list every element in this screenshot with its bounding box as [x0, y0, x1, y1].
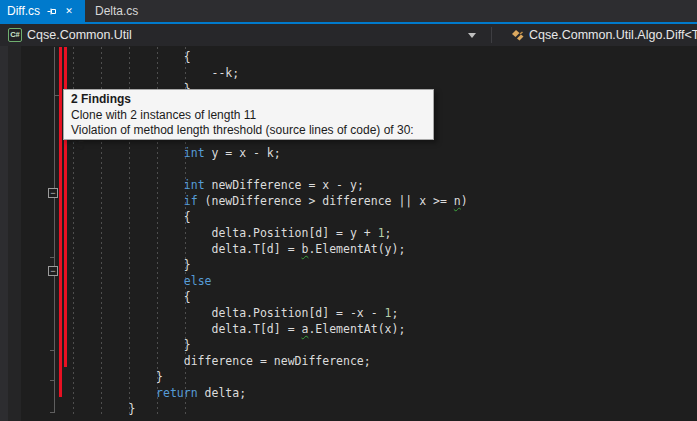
chevron-down-icon[interactable] [468, 33, 476, 38]
code-line[interactable]: return delta; [73, 385, 468, 401]
code-line[interactable]: } [73, 257, 468, 273]
outline-region-tick [50, 380, 54, 381]
vs-editor-window: Diff.cs ✕ Delta.cs C# Cqse.Common.Util C… [0, 0, 697, 421]
code-token: { [73, 210, 191, 224]
code-line[interactable]: if (newDifference > difference || x >= n… [73, 193, 468, 209]
code-token: } [73, 402, 135, 416]
code-editor[interactable]: − − { --k; } int y = x - k; int newDiffe… [0, 46, 697, 421]
tab-label: Diff.cs [7, 4, 40, 18]
code-token: delta.Position[d] = y + [73, 226, 378, 240]
code-line[interactable]: } [73, 401, 468, 417]
code-token: (newDifference > difference || x >= [198, 194, 454, 208]
code-token: difference = newDifference; [73, 354, 371, 368]
code-token: .ElementAt(x); [308, 322, 405, 336]
code-line[interactable]: else [73, 273, 468, 289]
code-line[interactable]: --k; [73, 65, 468, 81]
code-token: } [73, 338, 191, 352]
code-token: ; [392, 306, 399, 320]
code-token: n [454, 194, 461, 208]
code-line[interactable]: { [73, 289, 468, 305]
code-token [73, 274, 184, 288]
findings-tooltip: 2 Findings Clone with 2 instances of len… [63, 89, 434, 140]
navigation-bar: C# Cqse.Common.Util Cqse.Common.Util.Alg… [0, 24, 697, 46]
code-line[interactable]: int newDifference = x - y; [73, 177, 468, 193]
code-line[interactable]: } [73, 337, 468, 353]
code-token: .ElementAt(y); [308, 242, 405, 256]
code-token: newDifference = x - y; [205, 178, 364, 192]
code-token: int [184, 178, 205, 192]
class-icon [510, 28, 525, 45]
namespace-dropdown[interactable]: Cqse.Common.Util [27, 28, 132, 42]
close-icon[interactable]: ✕ [65, 7, 73, 16]
outlining-margin-line [54, 47, 55, 412]
code-token: 1 [378, 226, 385, 240]
code-token: { [73, 50, 191, 64]
code-line[interactable] [73, 161, 468, 177]
code-token: delta.T[d] = [73, 322, 301, 336]
csharp-project-icon: C# [8, 28, 22, 42]
code-token [73, 386, 156, 400]
code-token: ; [385, 226, 392, 240]
tab-label: Delta.cs [95, 4, 138, 18]
fold-collapse-box[interactable]: − [48, 188, 58, 198]
code-token: { [73, 290, 191, 304]
code-line[interactable]: difference = newDifference; [73, 353, 468, 369]
code-token [73, 194, 184, 208]
code-token: return [156, 386, 198, 400]
code-line[interactable]: delta.T[d] = b.ElementAt(y); [73, 241, 468, 257]
code-token: delta.Position[d] = -x - [73, 306, 385, 320]
tab-diff-cs[interactable]: Diff.cs ✕ [0, 0, 85, 22]
editor-edge-strip [0, 46, 8, 421]
code-token: ) [461, 194, 468, 208]
code-line[interactable]: { [73, 49, 468, 65]
code-token: delta; [198, 386, 246, 400]
tooltip-finding: Clone with 2 instances of length 11 [71, 108, 426, 124]
code-token: delta.T[d] = [73, 242, 301, 256]
finding-indicator-bar[interactable] [59, 47, 62, 397]
navbar-separator [491, 27, 492, 43]
tooltip-title: 2 Findings [71, 92, 426, 108]
outline-region-tick [50, 412, 55, 413]
code-token: else [184, 274, 212, 288]
code-line[interactable]: delta.Position[d] = -x - 1; [73, 305, 468, 321]
tab-bar: Diff.cs ✕ Delta.cs [0, 0, 697, 22]
glyph-margin [8, 46, 21, 421]
code-line[interactable]: { [73, 209, 468, 225]
type-dropdown[interactable]: Cqse.Common.Util.Algo.Diff<T [529, 28, 697, 42]
outline-region-tick [50, 257, 54, 258]
tooltip-finding: Violation of method length threshold (so… [71, 123, 426, 154]
code-line[interactable]: } [73, 369, 468, 385]
code-token: if [184, 194, 198, 208]
code-line[interactable]: delta.T[d] = a.ElementAt(x); [73, 321, 468, 337]
pin-icon[interactable] [47, 6, 58, 17]
fold-collapse-box[interactable]: − [48, 266, 58, 276]
outline-region-tick [50, 350, 54, 351]
code-token: } [73, 258, 191, 272]
code-token: --k; [73, 66, 239, 80]
code-token: } [73, 370, 163, 384]
code-token [73, 178, 184, 192]
code-line[interactable]: delta.Position[d] = y + 1; [73, 225, 468, 241]
tab-delta-cs[interactable]: Delta.cs [85, 0, 137, 22]
code-token: 1 [385, 306, 392, 320]
